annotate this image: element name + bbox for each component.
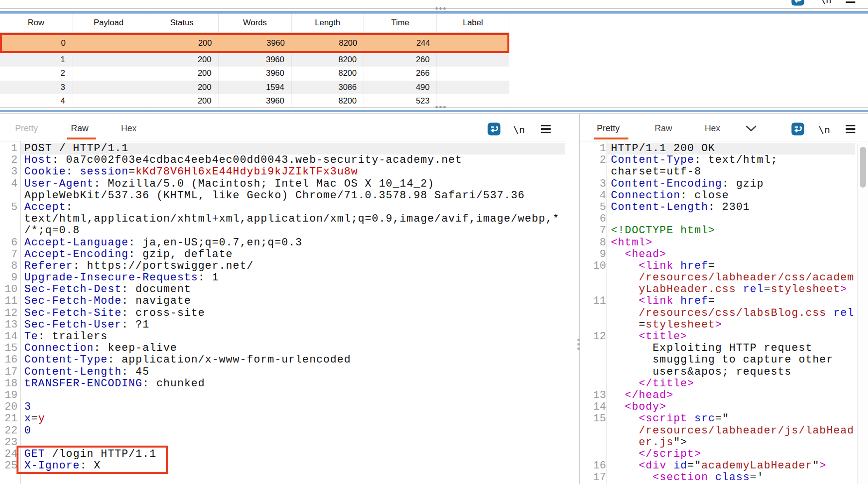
code-token: Upgrade-Insecure-Requests — [24, 272, 198, 284]
line-content: Sec-Fetch-Mode: navigate — [24, 295, 191, 307]
column-header-label[interactable]: Label — [437, 14, 509, 32]
line-content: <head> — [611, 249, 666, 260]
column-header-time[interactable]: Time — [364, 14, 437, 32]
cell — [72, 81, 145, 94]
line-content: <link href= — [611, 260, 715, 272]
line-number: 9 — [579, 249, 606, 260]
response-line: 2Content-Type: text/html; — [579, 155, 868, 166]
code-token: <div — [639, 460, 666, 472]
line-content: <html> — [611, 237, 653, 249]
column-header-status[interactable]: Status — [145, 14, 219, 32]
code-token: <link — [639, 295, 674, 307]
code-token: > — [819, 460, 826, 472]
table-row-3[interactable]: 320015943086490 — [0, 81, 509, 94]
request-line: 9Upgrade-Insecure-Requests: 1 — [0, 272, 565, 284]
show-newlines-toggle[interactable]: \n — [820, 0, 832, 5]
code-token: Cookie — [24, 166, 66, 178]
column-header-row[interactable]: Row — [0, 14, 72, 32]
line-number: 10 — [579, 260, 606, 272]
code-token: academyLabHeader — [701, 460, 813, 472]
response-line: 15 <script src=" — [579, 413, 868, 425]
request-editor-menu-icon[interactable] — [541, 125, 551, 135]
wrap-lines-icon[interactable] — [791, 0, 804, 6]
response-line: /resources/labheader/css/academ — [579, 272, 868, 284]
request-wrap-lines-icon[interactable] — [487, 122, 501, 136]
line-content: Upgrade-Insecure-Requests: 1 — [24, 272, 219, 284]
column-header-words[interactable]: Words — [219, 14, 292, 32]
code-token: 3 — [24, 401, 31, 413]
response-scrollbar-thumb[interactable] — [860, 147, 866, 188]
table-row-2[interactable]: 220039608200266 — [0, 67, 509, 80]
line-content: <section class=' — [611, 472, 764, 484]
response-editor[interactable]: 1HTTP/1.1 200 OK2Content-Type: text/html… — [579, 143, 868, 484]
response-gutter-line — [607, 141, 607, 484]
line-number: 1 — [0, 143, 17, 155]
cell: 200 — [145, 35, 219, 51]
cell: 3960 — [219, 94, 292, 108]
line-number: 10 — [0, 284, 17, 295]
request-show-newlines-toggle[interactable]: \n — [513, 124, 525, 136]
top-splitter-line[interactable] — [0, 8, 868, 9]
cell: 0 — [2, 35, 72, 51]
code-token: : ?1 — [122, 319, 149, 331]
request-editor[interactable]: 1POST / HTTP/1.12Host: 0a7c002f03e4cdbac… — [0, 143, 565, 484]
line-number: 13 — [0, 319, 17, 331]
line-content: er.js"> — [611, 437, 687, 449]
code-token: : keep-alive — [94, 342, 177, 354]
line-number: 25 — [0, 460, 17, 472]
top-splitter-handle[interactable] — [435, 7, 446, 10]
table-row-4[interactable]: 420039608200523 — [0, 94, 509, 108]
render-view-chevron-down-icon[interactable] — [745, 125, 757, 134]
line-content: yLabHeader.css rel=stylesheet> — [611, 284, 847, 295]
code-token: x — [24, 413, 31, 425]
code-token: = — [31, 413, 38, 425]
cell: 8200 — [292, 35, 364, 51]
request-tab-pretty[interactable]: Pretty — [15, 121, 38, 137]
code-token — [611, 272, 639, 284]
response-tab-raw[interactable]: Raw — [655, 121, 672, 137]
response-show-newlines-toggle[interactable]: \n — [818, 124, 830, 136]
response-line: 3Content-Encoding: gzip — [579, 178, 868, 190]
request-line: 2Host: 0a7c002f03e4cdbac4eeb4ec00dd0043.… — [0, 155, 565, 166]
line-number: 7 — [579, 225, 606, 237]
cell — [437, 53, 509, 67]
column-header-payload[interactable]: Payload — [72, 14, 145, 32]
request-tab-raw[interactable]: Raw — [71, 121, 88, 137]
request-gutter-line — [20, 141, 21, 484]
cell: 8200 — [292, 53, 364, 67]
line-number: 6 — [579, 213, 606, 225]
column-header-length[interactable]: Length — [292, 14, 364, 32]
response-line: 8<html> — [579, 237, 868, 249]
middle-splitter-handle[interactable] — [435, 106, 446, 108]
cell: 260 — [364, 53, 437, 67]
code-token — [611, 283, 639, 295]
request-line: 10Sec-Fetch-Dest: document — [0, 284, 565, 295]
request-line: text/html,application/xhtml+xml,applicat… — [0, 213, 565, 225]
response-wrap-lines-icon[interactable] — [791, 122, 804, 136]
middle-splitter-line[interactable] — [0, 107, 868, 108]
request-tab-hex[interactable]: Hex — [121, 121, 137, 137]
line-number: 8 — [0, 260, 17, 272]
code-token: <html> — [611, 237, 653, 249]
response-tab-pretty[interactable]: Pretty — [597, 121, 620, 137]
table-row-1[interactable]: 120039608200260 — [0, 53, 509, 67]
response-scrollbar-track[interactable] — [857, 143, 868, 484]
table-row-0[interactable]: 020039608200244 — [0, 33, 509, 53]
cell: 200 — [145, 81, 219, 94]
line-number: 5 — [0, 202, 17, 213]
line-content: 3 — [24, 401, 31, 413]
response-editor-menu-icon[interactable] — [846, 125, 855, 135]
editor-menu-icon[interactable] — [846, 0, 855, 5]
request-line: 21x=y — [0, 413, 565, 425]
cell: 1594 — [219, 81, 292, 94]
response-line: /resources/css/labsBlog.css rel — [579, 308, 868, 319]
code-token — [674, 260, 680, 272]
request-line: 13Sec-Fetch-User: ?1 — [0, 319, 565, 331]
line-content: Connection: keep-alive — [24, 343, 177, 354]
response-tab-hex[interactable]: Hex — [705, 121, 720, 137]
code-token: : 2301 — [708, 201, 750, 213]
cell: 2 — [0, 67, 72, 80]
code-token: Content-Type — [611, 154, 694, 166]
code-token: Content-Length — [611, 201, 708, 213]
code-token — [611, 401, 625, 413]
